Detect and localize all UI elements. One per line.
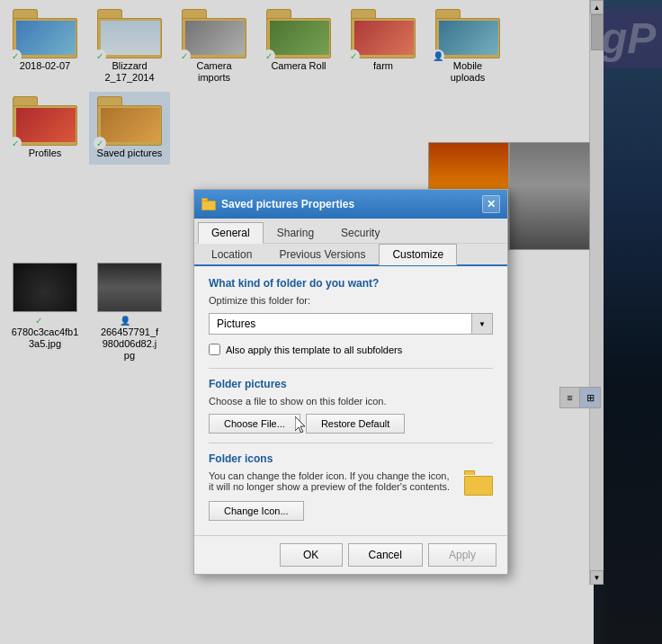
tab-sharing[interactable]: Sharing: [264, 222, 327, 244]
optimize-label: Optimize this folder for:: [209, 295, 493, 306]
apply-button[interactable]: Apply: [428, 543, 497, 567]
tab-customize[interactable]: Customize: [379, 244, 457, 265]
properties-dialog: Saved pictures Properties ✕ General Shar…: [193, 189, 508, 575]
change-icon-buttons: Change Icon...: [209, 501, 455, 521]
section-divider-1: [209, 368, 493, 369]
restore-default-button[interactable]: Restore Default: [306, 414, 405, 434]
dialog-titlebar: Saved pictures Properties ✕: [194, 190, 507, 219]
apply-subfolders-checkbox[interactable]: [209, 344, 220, 355]
bottom-tab-bar: Location Previous Versions Customize: [194, 244, 507, 266]
folder-icons-desc: You can change the folder icon. If you c…: [209, 470, 455, 492]
dialog-title-area: Saved pictures Properties: [201, 198, 354, 210]
section-divider-2: [209, 443, 493, 443]
dialog-folder-icon: [201, 198, 216, 210]
apply-subfolders-label: Also apply this template to all subfolde…: [226, 344, 402, 355]
folder-icons-section: Folder icons You can change the folder i…: [209, 452, 493, 524]
apply-subfolders-row: Also apply this template to all subfolde…: [209, 344, 493, 355]
dialog-footer: OK Cancel Apply: [194, 535, 507, 574]
folder-icons-desc-area: You can change the folder icon. If you c…: [209, 470, 455, 524]
optimize-dropdown-container: Pictures ▼: [209, 313, 493, 335]
dialog-title: Saved pictures Properties: [221, 198, 354, 210]
tab-previous-versions[interactable]: Previous Versions: [265, 244, 379, 265]
folder-icon-preview: [464, 470, 493, 499]
tab-security[interactable]: Security: [327, 222, 393, 244]
optimize-dropdown[interactable]: Pictures: [209, 313, 493, 335]
folder-pictures-title: Folder pictures: [209, 378, 493, 390]
folder-pictures-buttons: Choose File... Restore Default: [209, 414, 493, 434]
ok-button[interactable]: OK: [280, 543, 343, 567]
choose-file-button[interactable]: Choose File...: [209, 414, 300, 434]
top-tab-bar: General Sharing Security: [194, 219, 507, 244]
choose-file-desc: Choose a file to show on this folder ico…: [209, 396, 493, 407]
folder-icons-content: You can change the folder icon. If you c…: [209, 470, 493, 524]
change-icon-button[interactable]: Change Icon...: [209, 501, 304, 521]
tab-location[interactable]: Location: [198, 244, 265, 265]
kind-question: What kind of folder do you want?: [209, 277, 493, 290]
cancel-button[interactable]: Cancel: [348, 543, 423, 567]
close-button[interactable]: ✕: [482, 195, 500, 213]
folder-icons-title: Folder icons: [209, 452, 493, 465]
desktop: gP ▲ ▼ ≡ ⊞ ✓ 2018-02-07: [0, 0, 662, 644]
tab-general[interactable]: General: [198, 222, 264, 244]
dialog-body: What kind of folder do you want? Optimiz…: [194, 266, 507, 535]
